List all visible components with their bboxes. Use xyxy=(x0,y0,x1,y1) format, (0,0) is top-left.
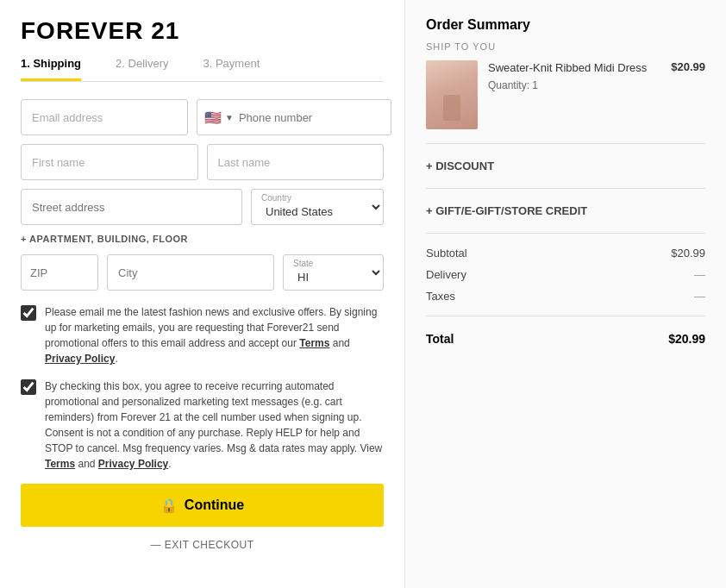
ship-to-label: SHIP TO YOU xyxy=(426,41,705,52)
continue-label: Continue xyxy=(185,497,244,513)
total-row: Total $20.99 xyxy=(426,325,705,350)
state-label: State xyxy=(293,259,313,268)
delivery-label: Delivery xyxy=(426,268,466,281)
us-flag-icon: 🇺🇸 xyxy=(204,109,222,126)
product-name: Sweater-Knit Ribbed Midi Dress xyxy=(488,60,660,76)
product-quantity: Quantity: 1 xyxy=(488,79,660,91)
delivery-row: Delivery — xyxy=(426,264,705,285)
continue-button[interactable]: 🔒 Continue xyxy=(21,484,384,527)
sms-terms-link[interactable]: Terms xyxy=(45,458,75,470)
country-label: Country xyxy=(261,193,291,203)
step-delivery[interactable]: 2. Delivery xyxy=(116,57,168,81)
marketing-terms-link[interactable]: Terms xyxy=(299,337,329,349)
total-value: $20.99 xyxy=(668,332,705,346)
street-input[interactable] xyxy=(21,189,242,225)
phone-country-dropdown[interactable]: ▼ xyxy=(225,113,234,122)
delivery-value: — xyxy=(694,268,705,281)
marketing-checkbox-row: Please email me the latest fashion news … xyxy=(21,304,384,366)
firstname-input[interactable] xyxy=(21,144,198,180)
apartment-link[interactable]: + APARTMENT, BUILDING, FLOOR xyxy=(21,234,384,244)
product-image xyxy=(426,60,478,129)
step-shipping[interactable]: 1. Shipping xyxy=(21,57,81,81)
product-price: $20.99 xyxy=(671,60,705,73)
exit-checkout-link[interactable]: — EXIT CHECKOUT xyxy=(21,539,384,551)
divider-2 xyxy=(426,188,705,189)
gift-link[interactable]: + GIFT/E-GIFT/STORE CREDIT xyxy=(426,197,705,224)
sms-checkbox-row: By checking this box, you agree to recei… xyxy=(21,378,384,472)
phone-input[interactable] xyxy=(239,111,384,124)
checkout-steps: 1. Shipping 2. Delivery 3. Payment xyxy=(21,57,384,82)
brand-logo: FOREVER 21 xyxy=(21,17,384,45)
subtotal-value: $20.99 xyxy=(671,247,705,260)
phone-wrapper: 🇺🇸 ▼ xyxy=(197,99,391,135)
sms-text: By checking this box, you agree to recei… xyxy=(45,378,384,472)
city-input[interactable] xyxy=(107,254,274,291)
taxes-row: Taxes — xyxy=(426,285,705,307)
email-input[interactable] xyxy=(21,99,188,135)
marketing-privacy-link[interactable]: Privacy Policy xyxy=(45,353,115,365)
taxes-value: — xyxy=(694,290,705,303)
discount-link[interactable]: + DISCOUNT xyxy=(426,153,705,179)
subtotal-row: Subtotal $20.99 xyxy=(426,242,705,264)
lastname-input[interactable] xyxy=(207,144,385,180)
divider-4 xyxy=(426,316,705,316)
marketing-text: Please email me the latest fashion news … xyxy=(45,304,384,366)
total-label: Total xyxy=(426,332,454,346)
product-row: Sweater-Knit Ribbed Midi Dress Quantity:… xyxy=(426,60,705,129)
subtotal-label: Subtotal xyxy=(426,247,467,260)
name-row xyxy=(21,144,384,180)
country-wrapper: Country United States xyxy=(251,189,384,225)
marketing-checkbox[interactable] xyxy=(21,305,36,321)
street-country-row: Country United States xyxy=(21,189,384,225)
product-details: Sweater-Knit Ribbed Midi Dress Quantity:… xyxy=(488,60,660,91)
divider-1 xyxy=(426,143,705,144)
state-wrapper: State HI xyxy=(283,254,384,291)
email-phone-row: 🇺🇸 ▼ xyxy=(21,99,384,135)
sms-checkbox[interactable] xyxy=(21,379,36,395)
divider-3 xyxy=(426,233,705,234)
step-payment[interactable]: 3. Payment xyxy=(203,57,260,81)
sms-privacy-link[interactable]: Privacy Policy xyxy=(98,458,168,470)
taxes-label: Taxes xyxy=(426,290,455,303)
zip-input[interactable] xyxy=(21,254,98,291)
order-summary-title: Order Summary xyxy=(426,17,705,33)
lock-icon: 🔒 xyxy=(160,497,178,514)
zip-city-state-row: State HI xyxy=(21,254,384,291)
